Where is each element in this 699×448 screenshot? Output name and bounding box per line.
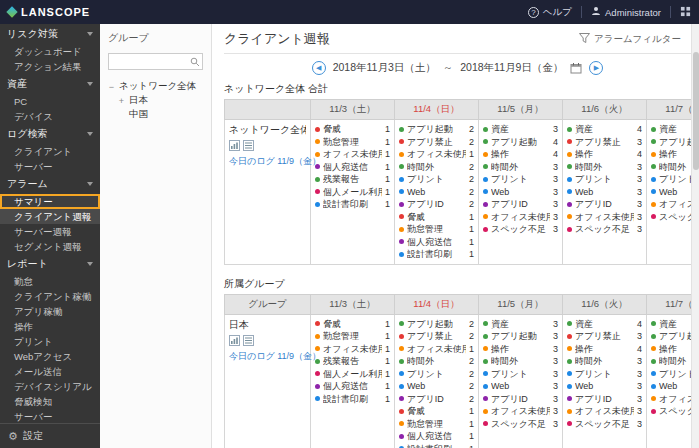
alarm-item[interactable]: アプリ起動3	[483, 330, 558, 343]
alarm-item[interactable]: スペック不足3	[567, 223, 642, 236]
alarm-item[interactable]: アプリ禁止2	[399, 330, 474, 343]
sidebar-item[interactable]: メール送信	[0, 364, 100, 379]
alarm-item[interactable]: 個人宛送信1	[399, 430, 474, 443]
alarm-item[interactable]: Web3	[567, 186, 642, 199]
calendar-icon[interactable]	[570, 62, 582, 74]
alarm-item[interactable]: 脅威1	[315, 123, 390, 136]
alarm-item[interactable]: 脅威1	[399, 405, 474, 418]
apps-menu-button[interactable]	[680, 6, 691, 19]
alarm-item[interactable]: アプリ起動4	[483, 136, 558, 149]
sidebar-item[interactable]: サーバー	[0, 159, 100, 174]
user-menu-button[interactable]: Administrator	[591, 6, 661, 18]
alarm-item[interactable]: アプリID3	[567, 393, 642, 406]
sidebar-item[interactable]: サーバー週報	[0, 224, 100, 239]
alarm-item[interactable]: 勤怠管理1	[315, 330, 390, 343]
alarm-item[interactable]: Web3	[651, 380, 691, 393]
sidebar-item[interactable]: サーバー	[0, 409, 100, 424]
alarm-item[interactable]: プリント3	[651, 368, 691, 381]
alarm-item[interactable]: スペック不足3	[483, 418, 558, 431]
alarm-item[interactable]: アプリID2	[399, 393, 474, 406]
alarm-item[interactable]: 残業報告1	[315, 355, 390, 368]
alarm-item[interactable]: 時間外2	[399, 161, 474, 174]
alarm-item[interactable]: アプリ禁止2	[399, 136, 474, 149]
tree-expander-icon[interactable]: +	[118, 96, 125, 106]
alarm-item[interactable]: 設計書印刷1	[399, 248, 474, 261]
tree-node[interactable]: −ネットワーク全体	[108, 80, 203, 94]
alarm-item[interactable]: 操作3	[483, 343, 558, 356]
alarm-item[interactable]: 操作3	[651, 148, 691, 161]
alarm-item[interactable]: 時間外3	[567, 355, 642, 368]
vertical-scrollbar[interactable]	[691, 24, 699, 448]
list-icon[interactable]	[243, 140, 254, 151]
alarm-item[interactable]: 資産4	[567, 123, 642, 136]
list-icon[interactable]	[243, 335, 254, 346]
sidebar-item[interactable]: 勤怠	[0, 274, 100, 289]
alarm-item[interactable]: アプリID3	[483, 198, 558, 211]
sidebar-item[interactable]: Webアクセス	[0, 349, 100, 364]
alarm-item[interactable]: プリント3	[483, 173, 558, 186]
alarm-item[interactable]: 時間外3	[567, 161, 642, 174]
tree-expander-icon[interactable]: −	[108, 82, 115, 92]
alarm-item[interactable]: アプリ起動2	[399, 123, 474, 136]
alarm-item[interactable]: オフィス未使用1	[399, 343, 474, 356]
alarm-item[interactable]: Web3	[483, 380, 558, 393]
alarm-item[interactable]: オフィス未使用3	[483, 405, 558, 418]
bar-chart-icon[interactable]	[229, 335, 240, 346]
alarm-item[interactable]: 操作4	[483, 148, 558, 161]
sidebar-item[interactable]: サマリー	[0, 194, 100, 209]
alarm-item[interactable]: アプリ起動3	[651, 136, 691, 149]
alarm-item[interactable]: スペック不足3	[483, 223, 558, 236]
alarm-item[interactable]: オフィス未使用3	[651, 198, 691, 211]
alarm-item[interactable]: アプリID3	[483, 393, 558, 406]
alarm-item[interactable]: 時間外3	[483, 355, 558, 368]
sidebar-item[interactable]: アクション結果	[0, 59, 100, 74]
alarm-item[interactable]: アプリ起動2	[399, 318, 474, 331]
alarm-item[interactable]: 個人宛送信1	[399, 236, 474, 249]
alarm-item[interactable]: 資産4	[651, 318, 691, 331]
alarm-item[interactable]: 資産3	[483, 123, 558, 136]
alarm-item[interactable]: 時間外2	[399, 355, 474, 368]
sidebar-item[interactable]: 脅威検知	[0, 394, 100, 409]
alarm-item[interactable]: 勤怠管理1	[315, 136, 390, 149]
alarm-item[interactable]: オフィス未使用3	[651, 393, 691, 406]
alarm-item[interactable]: 操作4	[567, 148, 642, 161]
sidebar-section-header[interactable]: 資産	[0, 74, 100, 94]
alarm-item[interactable]: オフィス未使用1	[315, 148, 390, 161]
sidebar-item[interactable]: クライアント週報	[0, 209, 100, 224]
sidebar-item[interactable]: デバイスシリアル	[0, 379, 100, 394]
alarm-item[interactable]: 操作4	[567, 343, 642, 356]
alarm-item[interactable]: 脅威1	[315, 318, 390, 331]
alarm-item[interactable]: 資産4	[651, 123, 691, 136]
today-log-link[interactable]: 今日のログ 11/9（金）	[229, 155, 306, 168]
alarm-item[interactable]: プリント2	[399, 173, 474, 186]
sidebar-item[interactable]: デバイス	[0, 109, 100, 124]
sidebar-item[interactable]: プリント	[0, 334, 100, 349]
alarm-item[interactable]: オフィス未使用3	[567, 211, 642, 224]
sidebar-item[interactable]: クライアント	[0, 144, 100, 159]
sidebar-section-header[interactable]: アラーム	[0, 174, 100, 194]
alarm-item[interactable]: Web2	[399, 380, 474, 393]
alarm-item[interactable]: 時間外3	[651, 161, 691, 174]
alarm-item[interactable]: 勤怠管理1	[399, 418, 474, 431]
sidebar-section-header[interactable]: リスク対策	[0, 24, 100, 44]
bar-chart-icon[interactable]	[229, 140, 240, 151]
alarm-item[interactable]: アプリ起動3	[651, 330, 691, 343]
sidebar-section-header[interactable]: レポート	[0, 254, 100, 274]
help-button[interactable]: ? ヘルプ	[528, 6, 572, 19]
alarm-item[interactable]: アプリ禁止3	[567, 330, 642, 343]
prev-week-button[interactable]: ◀	[312, 61, 326, 75]
alarm-item[interactable]: Web3	[483, 186, 558, 199]
next-week-button[interactable]: ▶	[589, 61, 603, 75]
alarm-item[interactable]: プリント2	[399, 368, 474, 381]
sidebar-section-header[interactable]: ログ検索	[0, 124, 100, 144]
search-icon[interactable]	[190, 53, 200, 71]
alarm-item[interactable]: アプリ禁止3	[567, 136, 642, 149]
alarm-item[interactable]: 個人宛送信1	[315, 380, 390, 393]
alarm-item[interactable]: Web3	[651, 186, 691, 199]
alarm-item[interactable]: スペック不足3	[651, 405, 691, 418]
alarm-item[interactable]: オフィス未使用3	[483, 211, 558, 224]
today-log-link[interactable]: 今日のログ 11/9（金）	[229, 350, 306, 363]
alarm-item[interactable]: 個人メール利用1	[315, 368, 390, 381]
alarm-item[interactable]: オフィス未使用1	[399, 148, 474, 161]
alarm-item[interactable]: 個人宛送信1	[315, 161, 390, 174]
